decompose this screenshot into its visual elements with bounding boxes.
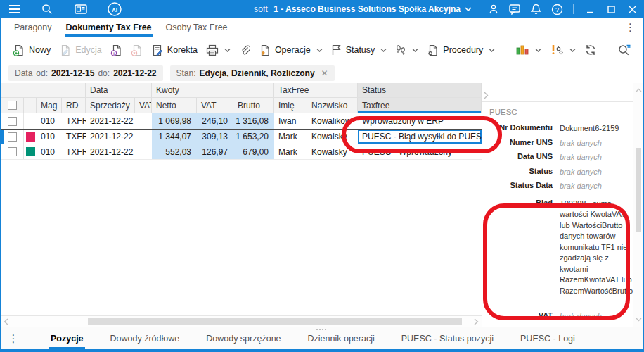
attachment-button[interactable] xyxy=(235,42,255,59)
search-icon[interactable] xyxy=(38,0,56,18)
ai-assistant-icon[interactable]: AI xyxy=(105,0,124,18)
document-info-icon: i xyxy=(110,44,122,56)
field-vat: VAT brak danych xyxy=(482,311,634,326)
correction-button[interactable]: Korekta xyxy=(147,42,202,59)
chevron-down-icon xyxy=(489,49,495,52)
toolbar: Nowy Edycja i Korekta Operacje xyxy=(1,37,643,63)
validation-button[interactable] xyxy=(546,41,580,59)
new-button[interactable]: Nowy xyxy=(8,42,55,59)
documents-table: Data Kwoty TaxFree Status Mag RD Sprzeda… xyxy=(1,83,482,315)
chart-view-button[interactable] xyxy=(511,41,546,59)
cell-vat-data xyxy=(135,130,152,144)
maximize-button[interactable] xyxy=(602,0,620,18)
operations-button[interactable]: Operacje xyxy=(255,42,327,59)
row-checkbox[interactable] xyxy=(8,132,17,142)
col-header-mag[interactable]: Mag xyxy=(37,98,62,113)
tab-osoby-tax-free[interactable]: Osoby Tax Free xyxy=(165,18,229,37)
row-checkbox[interactable] xyxy=(8,147,17,156)
cell-vat-data xyxy=(135,144,152,159)
splitter-handle[interactable] xyxy=(316,329,326,331)
row-checkbox[interactable] xyxy=(8,117,17,126)
bottom-tabs-more-icon[interactable]: ⋮ xyxy=(1,327,25,349)
chevron-down-icon xyxy=(224,49,231,52)
refresh-button[interactable] xyxy=(580,41,601,59)
col-header-nazwisko[interactable]: Nazwisko xyxy=(307,98,358,113)
filter-remove-icon[interactable]: ✕ xyxy=(321,68,328,78)
panel-vertical-scrollbar[interactable] xyxy=(633,83,643,327)
filter-chip-state[interactable]: Stan: Edycja, Dziennik, Rozliczony ✕ xyxy=(170,65,335,81)
cell-status-taxfree: PUESC - Wprowadzony xyxy=(358,144,482,159)
close-button[interactable] xyxy=(623,0,641,18)
cell-vat-data xyxy=(135,113,152,129)
field-status-data: Status Data brak danych xyxy=(482,181,643,196)
chat-icon[interactable] xyxy=(505,0,524,18)
field-numer-uns: Numer UNS brak danych xyxy=(482,138,643,153)
bell-icon[interactable] xyxy=(527,0,545,18)
scroll-left-icon[interactable] xyxy=(1,317,10,327)
cell-status-taxfree-selected[interactable]: PUESC - Błąd wysyłki do PUESC xyxy=(358,130,482,144)
bottom-tab-puesc-logi[interactable]: PUESC - Logi xyxy=(519,327,577,349)
alert-gears-icon xyxy=(550,44,564,56)
col-header-netto[interactable]: Netto xyxy=(152,98,197,113)
chevron-down-icon xyxy=(380,49,387,52)
hamburger-menu-icon[interactable] xyxy=(6,0,24,18)
horizontal-scroll-thumb[interactable] xyxy=(88,318,462,325)
cell-sprzedazy: 2021-12-22 xyxy=(86,144,135,159)
table-horizontal-scrollbar[interactable] xyxy=(1,315,482,327)
col-header-vat-data[interactable]: VAT xyxy=(135,98,152,113)
scroll-up-icon[interactable] xyxy=(633,85,643,95)
group-header-data[interactable]: Data xyxy=(86,83,152,97)
group-header-status[interactable]: Status xyxy=(358,83,482,97)
group-header-kwoty[interactable]: Kwoty xyxy=(152,83,274,97)
scroll-down-icon[interactable] xyxy=(633,315,643,325)
bottom-tab-dowody-sprzezone[interactable]: Dowody sprzężone xyxy=(205,327,282,349)
cell-rd: TXFR xyxy=(62,144,86,159)
module-tab-strip: Paragony Dokumenty Tax Free Osoby Tax Fr… xyxy=(1,18,643,37)
col-header-brutto[interactable]: Brutto xyxy=(233,98,274,113)
print-button[interactable] xyxy=(202,42,235,59)
tab-dokumenty-tax-free[interactable]: Dokumenty Tax Free xyxy=(65,18,153,37)
filter-date-to: 2021-12-22 xyxy=(113,68,156,78)
filter-chip-date[interactable]: Data od: 2021-12-15 do: 2021-12-22 xyxy=(8,65,163,81)
user-icon[interactable] xyxy=(484,0,503,18)
bottom-tab-dowody-zrodlowe[interactable]: Dowody źródłowe xyxy=(109,327,181,349)
table-row-selected[interactable]: 010 TXFR 2021-12-22 1 344,07 309,13 1 65… xyxy=(1,129,482,144)
table-row[interactable]: 010 TXFR 2021-12-22 552,03 126,97 679,00… xyxy=(1,144,482,160)
document-delete-button[interactable] xyxy=(127,42,147,59)
col-header-vat[interactable]: VAT xyxy=(197,98,233,113)
company-selector[interactable]: 1 - Asseco Business Solutions Spółka Akc… xyxy=(273,4,472,14)
help-icon[interactable]: ? xyxy=(548,0,566,18)
col-header-taxfree[interactable]: Taxfree xyxy=(358,98,482,113)
tab-strip-more-icon[interactable]: ⋮ xyxy=(625,18,636,37)
col-header-imie[interactable]: Imię xyxy=(274,98,307,113)
footprints-button[interactable] xyxy=(391,42,423,58)
tab-paragony[interactable]: Paragony xyxy=(13,18,53,37)
bottom-tab-puesc-status-pozycji[interactable]: PUESC - Status pozycji xyxy=(400,327,495,349)
statuses-button[interactable]: Statusy xyxy=(327,42,392,58)
col-header-rd[interactable]: RD xyxy=(62,98,86,113)
search-filter-button[interactable] xyxy=(613,41,636,59)
select-all-checkbox[interactable] xyxy=(8,101,17,110)
panel-expander-icon[interactable] xyxy=(484,92,489,99)
edit-button[interactable]: Edycja xyxy=(55,42,106,59)
procedures-button[interactable]: Procedury xyxy=(423,42,499,59)
news-card-icon[interactable] xyxy=(72,0,90,18)
field-value: brak danych xyxy=(560,167,634,178)
svg-text:?: ? xyxy=(555,6,558,13)
chevron-down-icon xyxy=(535,49,541,52)
filter-bar: Data od: 2021-12-15 do: 2021-12-22 Stan:… xyxy=(1,63,643,83)
table-row[interactable]: 010 TXFR 2021-12-22 1 069,98 246,10 1 31… xyxy=(1,113,482,129)
document-info-button[interactable]: i xyxy=(106,42,127,59)
bottom-tab-pozycje[interactable]: Pozycje xyxy=(49,327,85,349)
minimize-button[interactable] xyxy=(581,0,599,18)
vertical-scroll-thumb[interactable] xyxy=(636,148,641,232)
col-header-sprzedazy[interactable]: Sprzedaży xyxy=(86,98,135,113)
group-header-taxfree[interactable]: TaxFree xyxy=(274,83,358,97)
paperclip-icon xyxy=(239,44,250,56)
field-value: brak danych xyxy=(560,152,634,163)
puesc-detail-panel: PUESC Nr Dokumentu Dokument6-2159 Numer … xyxy=(482,83,643,327)
field-value: brak danych xyxy=(560,138,634,149)
scroll-right-icon[interactable] xyxy=(472,317,480,327)
cell-imie: Iwan xyxy=(274,113,307,129)
titlebar-right-icons: ? xyxy=(482,0,644,18)
